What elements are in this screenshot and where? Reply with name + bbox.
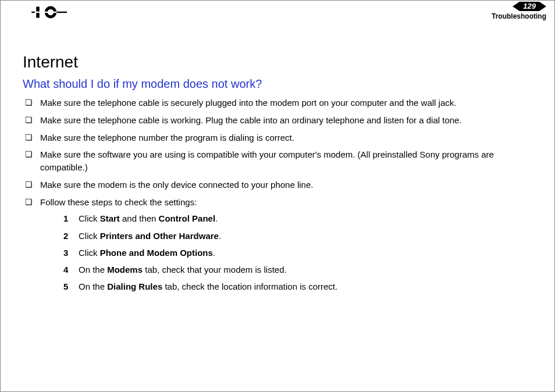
- page-number-badge: 129: [492, 2, 546, 11]
- t: On the: [79, 281, 107, 291]
- t: Click: [79, 231, 100, 241]
- t: .: [213, 248, 215, 258]
- step-item: On the Modems tab, check that your modem…: [63, 263, 537, 276]
- document-page: 129 Troubleshooting Internet What should…: [0, 0, 555, 392]
- t: tab, check that your modem is listed.: [143, 265, 287, 275]
- page-header: 129 Troubleshooting: [1, 1, 554, 24]
- page-title: Internet: [23, 53, 537, 72]
- t: tab, check the location information is c…: [162, 281, 337, 291]
- step-item: On the Dialing Rules tab, check the loca…: [63, 280, 537, 293]
- page-indicator: 129 Troubleshooting: [492, 2, 546, 20]
- t: On the: [79, 265, 107, 275]
- t: Click: [79, 248, 100, 258]
- t-bold: Modems: [107, 265, 143, 275]
- prev-page-arrow-icon[interactable]: [513, 2, 520, 11]
- t: .: [219, 231, 221, 241]
- bullet-list: Make sure the telephone cable is securel…: [23, 97, 537, 294]
- t-bold: Printers and Other Hardware: [100, 231, 219, 241]
- t-bold: Control Panel: [159, 213, 216, 223]
- t: Click: [79, 213, 100, 223]
- list-item: Follow these steps to check the settings…: [23, 196, 537, 294]
- section-label: Troubleshooting: [492, 12, 546, 20]
- page-number: 129: [520, 2, 539, 11]
- t-bold: Start: [100, 213, 120, 223]
- step-item: Click Start and then Control Panel.: [63, 212, 537, 225]
- t-bold: Phone and Modem Options: [100, 248, 213, 258]
- next-page-arrow-icon[interactable]: [539, 2, 546, 11]
- t: and then: [120, 213, 159, 223]
- page-content: Internet What should I do if my modem do…: [1, 24, 554, 294]
- t: .: [215, 213, 218, 223]
- list-item: Make sure the modem is the only device c…: [23, 179, 537, 191]
- svg-rect-4: [31, 12, 35, 13]
- svg-rect-3: [31, 12, 59, 13]
- steps-list: Click Start and then Control Panel. Clic…: [40, 212, 537, 293]
- list-item: Make sure the software you are using is …: [23, 148, 537, 174]
- list-item: Make sure the telephone cable is working…: [23, 114, 537, 127]
- step-item: Click Phone and Modem Options.: [63, 246, 537, 259]
- list-item: Make sure the telephone number the progr…: [23, 131, 537, 144]
- list-item: Make sure the telephone cable is securel…: [23, 97, 537, 109]
- step-item: Click Printers and Other Hardware.: [63, 229, 537, 243]
- svg-rect-5: [56, 12, 67, 13]
- list-item-text: Follow these steps to check the settings…: [40, 197, 197, 207]
- t-bold: Dialing Rules: [107, 281, 162, 291]
- vaio-logo: [11, 5, 67, 19]
- faq-question: What should I do if my modem does not wo…: [23, 77, 537, 91]
